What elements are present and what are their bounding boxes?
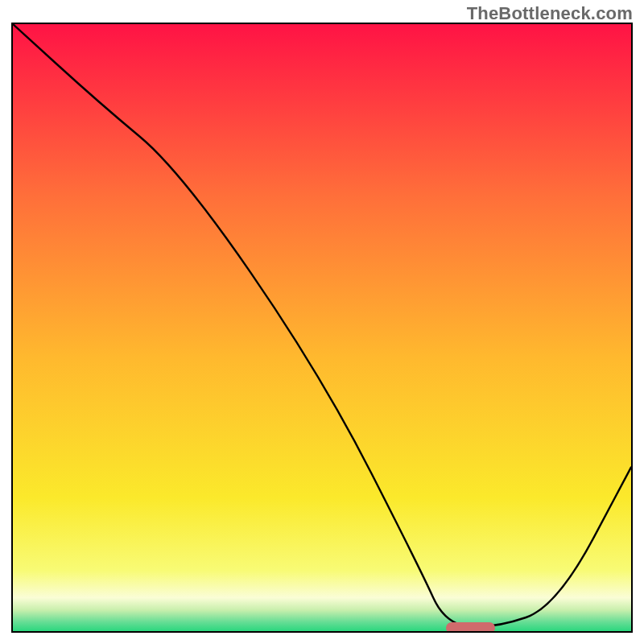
chart-curve	[13, 24, 631, 631]
watermark-text: TheBottleneck.com	[467, 3, 633, 24]
chart-frame	[11, 23, 633, 633]
optimal-marker	[446, 622, 495, 633]
chart-curve-path	[13, 24, 631, 627]
